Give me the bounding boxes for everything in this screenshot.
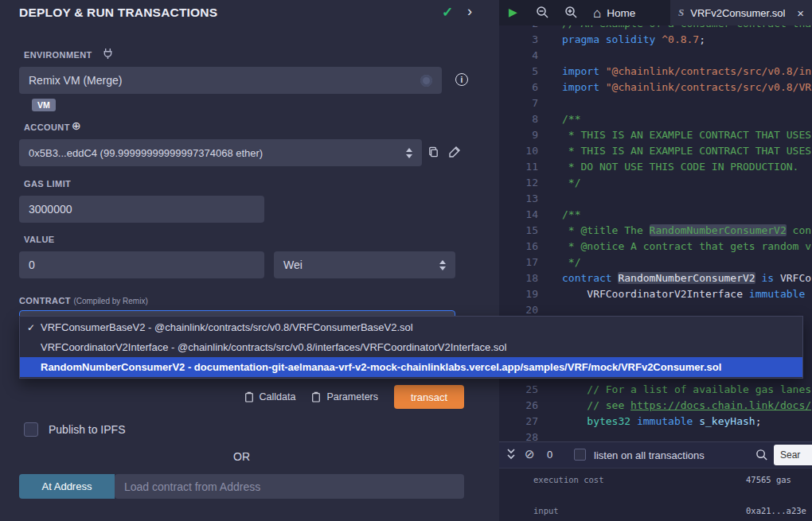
plug-icon: [102, 48, 114, 60]
contract-dropdown: ✓VRFConsumerBaseV2 - @chainlink/contract…: [19, 316, 803, 379]
environment-value: Remix VM (Merge): [29, 74, 122, 87]
solidity-file-icon: S: [678, 6, 684, 19]
panel-title: DEPLOY & RUN TRANSACTIONS: [19, 6, 217, 20]
line-number: 3: [499, 32, 549, 48]
code-line: 27 bytes32 immutable s_keyHash;: [499, 414, 812, 430]
parameters-button[interactable]: Parameters: [311, 391, 378, 402]
edit-account-icon[interactable]: [448, 146, 461, 158]
code-line: 5import "@chainlink/contracts/src/v0.8/i…: [499, 64, 812, 80]
zoom-in-icon[interactable]: [564, 6, 578, 19]
code-line: 4: [499, 48, 812, 64]
line-number: 9: [499, 127, 549, 143]
add-account-icon[interactable]: ⊕: [72, 119, 81, 132]
code-line: 14/**: [499, 207, 812, 223]
tab-home[interactable]: ⌂ Home: [587, 0, 642, 25]
terminal-key: input: [533, 506, 559, 515]
terminal-value: 47565 gas: [746, 475, 791, 484]
code-line: 7: [499, 95, 812, 111]
publish-ipfs-label: Publish to IPFS: [49, 423, 126, 436]
code-line: 18contract RandomNumberConsumerV2 is VRF…: [499, 270, 812, 286]
publish-ipfs-checkbox[interactable]: [24, 422, 38, 437]
line-number: 8: [499, 111, 549, 127]
contract-option[interactable]: ✓VRFConsumerBaseV2 - @chainlink/contract…: [20, 317, 802, 337]
line-number: 19: [499, 286, 549, 302]
line-number: 14: [499, 207, 549, 223]
run-script-icon[interactable]: ▶: [509, 6, 517, 18]
listen-all-transactions-checkbox[interactable]: [574, 449, 586, 461]
line-number: 5: [499, 64, 549, 80]
code-line: 8/**: [499, 111, 812, 127]
or-divider: OR: [19, 450, 464, 463]
zoom-out-icon[interactable]: [536, 6, 549, 19]
line-number: 16: [499, 239, 549, 255]
contract-option-label: VRFConsumerBaseV2 - @chainlink/contracts…: [41, 321, 413, 333]
line-number: 6: [499, 80, 549, 95]
line-number: 25: [499, 382, 549, 398]
line-number: 26: [499, 398, 549, 414]
at-address-button[interactable]: At Address: [19, 474, 115, 499]
code-line: 19 VRFCoordinatorV2Interface immutable: [499, 286, 812, 302]
terminal-row: input0xa21...a23e: [499, 504, 812, 519]
contract-option[interactable]: VRFCoordinatorV2Interface - @chainlink/c…: [20, 337, 802, 357]
contract-option[interactable]: RandomNumberConsumerV2 - documentation-g…: [20, 357, 802, 377]
tab-vrfv2consumer[interactable]: S VRFv2Consumer.sol ×: [670, 0, 812, 25]
gas-limit-input[interactable]: [19, 196, 264, 223]
close-tab-icon[interactable]: ×: [797, 6, 804, 20]
contract-label: CONTRACT (Compiled by Remix): [19, 296, 148, 305]
line-number: 4: [499, 48, 549, 64]
expand-panel-arrow-icon[interactable]: ›: [467, 3, 472, 20]
environment-label: ENVIRONMENT: [24, 50, 92, 60]
code-line: 11 * DO NOT USE THIS CODE IN PRODUCTION.: [499, 159, 812, 175]
code-line: 25 // For a list of available gas lanes,: [499, 382, 812, 398]
terminal-key: execution cost: [533, 475, 604, 484]
terminal-value: 0xa21...a23e: [746, 506, 806, 515]
line-number: 15: [499, 223, 549, 239]
calldata-button[interactable]: Calldata: [244, 391, 296, 402]
code-line: 28: [499, 430, 812, 442]
code-line: 17 */: [499, 255, 812, 270]
line-number: 12: [499, 175, 549, 191]
select-arrows-icon: [439, 260, 446, 270]
gas-limit-label: GAS LIMIT: [24, 179, 71, 189]
expand-terminal-icon[interactable]: [506, 446, 517, 462]
select-arrows-icon: [406, 148, 412, 158]
code-line: 16 * @notice A contract that gets random…: [499, 239, 812, 255]
selected-check-icon: ✓: [27, 322, 41, 333]
terminal-output: execution cost47565 gasinput0xa21...a23e: [499, 469, 812, 519]
search-icon: [755, 449, 768, 461]
transact-button[interactable]: transact: [394, 385, 464, 409]
copy-account-icon[interactable]: [427, 146, 439, 158]
code-line: 15 * @title The RandomNumberConsumerV2 c…: [499, 223, 812, 239]
line-number: 13: [499, 191, 549, 207]
terminal: ⊘ 0 listen on all transactions execution…: [499, 441, 812, 521]
value-unit-select[interactable]: Wei: [274, 251, 455, 278]
home-icon: ⌂: [593, 6, 601, 20]
clipboard-icon: [311, 391, 321, 402]
code-line: 9 * THIS IS AN EXAMPLE CONTRACT THAT USE…: [499, 127, 812, 143]
clipboard-icon: [244, 391, 254, 402]
line-number: 28: [499, 430, 549, 442]
listen-all-transactions-label: listen on all transactions: [594, 449, 705, 461]
info-icon[interactable]: i: [455, 73, 468, 86]
success-check-icon: ✓: [442, 4, 453, 21]
terminal-search-input[interactable]: [774, 445, 812, 465]
code-line: 10 * THIS IS AN EXAMPLE CONTRACT THAT US…: [499, 143, 812, 159]
line-number: 27: [499, 414, 549, 430]
account-value: 0x5B3...eddC4 (99.99999999999997374068 e…: [29, 147, 263, 159]
editor-tabbar: ▶ ⌂ Home S VRFv2Consumer.sol ×: [499, 0, 812, 25]
contract-option-label: VRFCoordinatorV2Interface - @chainlink/c…: [41, 341, 506, 353]
transaction-count-badge: 0: [547, 449, 552, 461]
code-line: 12 */: [499, 175, 812, 191]
editor-pane: ▶ ⌂ Home S VRFv2Consumer.sol × 2// An ex…: [499, 0, 812, 521]
account-select[interactable]: 0x5B3...eddC4 (99.99999999999997374068 e…: [19, 139, 422, 166]
value-input[interactable]: [19, 251, 264, 278]
at-address-input[interactable]: [115, 474, 464, 499]
clear-console-icon[interactable]: ⊘: [525, 447, 535, 461]
line-number: 18: [499, 270, 549, 286]
value-unit: Wei: [283, 259, 303, 271]
publish-ipfs-row: Publish to IPFS: [24, 422, 126, 437]
value-label: VALUE: [24, 235, 54, 244]
line-number: 7: [499, 95, 549, 111]
terminal-toolbar: ⊘ 0 listen on all transactions: [499, 442, 812, 469]
environment-select[interactable]: Remix VM (Merge): [19, 67, 442, 94]
